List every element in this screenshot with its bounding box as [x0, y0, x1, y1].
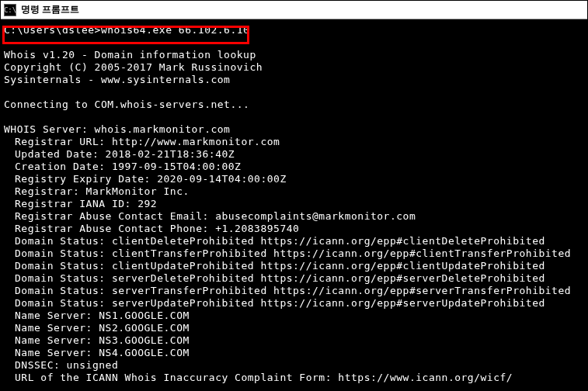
command-prompt-icon: C:\: [4, 4, 16, 16]
terminal-output-area[interactable]: C:\Users\dslee>whois64.exe 66.102.6.10Wh…: [1, 19, 587, 390]
registrar-line: Registrar: MarkMonitor Inc.: [4, 185, 584, 198]
domain-status-line: Domain Status: serverDeleteProhibited ht…: [4, 272, 584, 285]
blank-line: [4, 86, 584, 99]
window-title: 명령 프롬프트: [21, 3, 79, 16]
sysinternals-line: Sysinternals - www.sysinternals.com: [4, 74, 584, 86]
name-server-line: Name Server: NS3.GOOGLE.COM: [4, 334, 584, 347]
domain-status-line: Domain Status: clientDeleteProhibited ht…: [4, 235, 584, 247]
titlebar[interactable]: C:\ 명령 프롬프트: [1, 1, 587, 19]
complaint-form-line: URL of the ICANN Whois Inaccuracy Compla…: [4, 372, 584, 384]
blank-line: [4, 111, 584, 123]
command-prompt-window: C:\ 명령 프롬프트 C:\Users\dslee>whois64.exe 6…: [0, 0, 588, 391]
abuse-email-line: Registrar Abuse Contact Email: abusecomp…: [4, 210, 584, 223]
domain-status-line: Domain Status: serverTransferProhibited …: [4, 285, 584, 297]
whois-version-line: Whois v1.20 - Domain information lookup: [4, 49, 584, 61]
domain-status-line: Domain Status: serverUpdateProhibited ht…: [4, 297, 584, 310]
connecting-line: Connecting to COM.whois-servers.net...: [4, 99, 584, 111]
creation-date-line: Creation Date: 1997-09-15T04:00:00Z: [4, 161, 584, 173]
name-server-line: Name Server: NS2.GOOGLE.COM: [4, 322, 584, 334]
domain-status-line: Domain Status: clientTransferProhibited …: [4, 247, 584, 260]
copyright-line: Copyright (C) 2005-2017 Mark Russinovich: [4, 61, 584, 74]
abuse-phone-line: Registrar Abuse Contact Phone: +1.208389…: [4, 223, 584, 235]
updated-date-line: Updated Date: 2018-02-21T18:36:40Z: [4, 148, 584, 161]
iana-id-line: Registrar IANA ID: 292: [4, 198, 584, 210]
terminal-content: C:\Users\dslee>whois64.exe 66.102.6.10Wh…: [4, 24, 584, 384]
dnssec-line: DNSSEC: unsigned: [4, 359, 584, 372]
whois-server-line: WHOIS Server: whois.markmonitor.com: [4, 123, 584, 136]
blank-line: [4, 36, 584, 49]
domain-status-line: Domain Status: clientUpdateProhibited ht…: [4, 260, 584, 272]
name-server-line: Name Server: NS1.GOOGLE.COM: [4, 310, 584, 322]
prompt-command-line: C:\Users\dslee>whois64.exe 66.102.6.10: [4, 24, 584, 36]
expiry-date-line: Registry Expiry Date: 2020-09-14T04:00:0…: [4, 173, 584, 185]
registrar-url-line: Registrar URL: http://www.markmonitor.co…: [4, 136, 584, 148]
name-server-line: Name Server: NS4.GOOGLE.COM: [4, 347, 584, 359]
